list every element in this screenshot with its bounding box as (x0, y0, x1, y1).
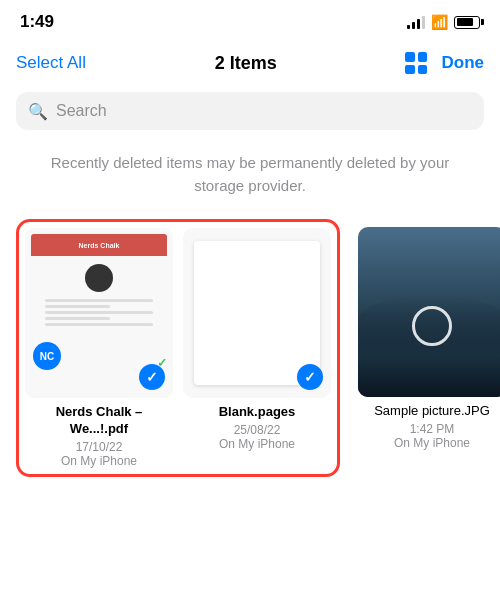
pdf-content-lines (45, 296, 154, 329)
files-row: Nerds Chalk NC ✓ ✓ Nerds Chalk – We...!.… (0, 215, 500, 481)
nav-bar: Select All 2 Items Done (0, 40, 500, 86)
grid-cell-2 (418, 52, 428, 62)
grid-view-button[interactable] (405, 52, 427, 74)
search-placeholder: Search (56, 102, 107, 120)
nav-right-controls: Done (405, 52, 484, 74)
sample-circle (412, 306, 452, 346)
info-text: Recently deleted items may be permanentl… (0, 142, 500, 215)
file-thumbnail-image (358, 227, 500, 397)
signal-icon (407, 15, 425, 29)
select-all-button[interactable]: Select All (16, 53, 86, 73)
file-date-1: 17/10/22 (76, 440, 123, 454)
file-name-3: Sample picture.JPG (374, 403, 490, 420)
pdf-circle-image (85, 264, 113, 292)
selected-checkmark-2: ✓ (297, 364, 323, 390)
file-location-3: On My iPhone (394, 436, 470, 450)
grid-cell-4 (418, 65, 428, 75)
selected-checkmark-1: ✓ (139, 364, 165, 390)
wifi-icon: 📶 (431, 14, 448, 30)
file-name-1: Nerds Chalk – We...!.pdf (25, 404, 173, 438)
sample-image-content (358, 227, 500, 397)
file-thumbnail-pages: ✓ (183, 228, 331, 398)
grid-cell-3 (405, 65, 415, 75)
pages-blank-page (194, 241, 320, 386)
status-bar: 1:49 📶 (0, 0, 500, 40)
pdf-header: Nerds Chalk (31, 234, 167, 256)
battery-icon (454, 16, 480, 29)
search-bar[interactable]: 🔍 Search (16, 92, 484, 130)
file-date-2: 25/08/22 (234, 423, 281, 437)
nav-title: 2 Items (215, 53, 277, 74)
list-item[interactable]: Sample picture.JPG 1:42 PM On My iPhone (358, 227, 500, 450)
file-date-3: 1:42 PM (410, 422, 455, 436)
list-item[interactable]: ✓ Blank.pages 25/08/22 On My iPhone (183, 228, 331, 468)
done-button[interactable]: Done (441, 53, 484, 73)
status-time: 1:49 (20, 12, 54, 32)
search-icon: 🔍 (28, 102, 48, 121)
file-location-1: On My iPhone (61, 454, 137, 468)
status-icons: 📶 (407, 14, 480, 30)
selected-files-container: Nerds Chalk NC ✓ ✓ Nerds Chalk – We...!.… (16, 219, 340, 477)
pdf-logo: NC (33, 342, 61, 370)
list-item[interactable]: Nerds Chalk NC ✓ ✓ Nerds Chalk – We...!.… (25, 228, 173, 468)
file-thumbnail-pdf: Nerds Chalk NC ✓ ✓ (25, 228, 173, 398)
file-location-2: On My iPhone (219, 437, 295, 451)
file-name-2: Blank.pages (219, 404, 296, 421)
grid-cell-1 (405, 52, 415, 62)
